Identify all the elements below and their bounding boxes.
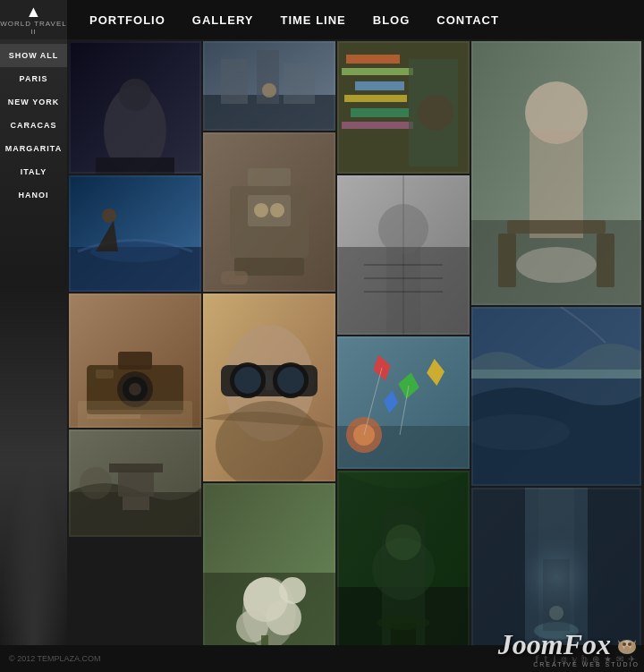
svg-rect-31	[248, 168, 291, 186]
svg-rect-4	[203, 41, 335, 131]
svg-point-19	[418, 95, 453, 131]
nav-item-portfolio[interactable]: PORTFOLIO	[76, 0, 179, 39]
photo-cell[interactable]	[337, 41, 470, 174]
svg-rect-32	[337, 175, 470, 335]
footer-social-icon-9[interactable]: ✈	[628, 654, 635, 664]
nav-item-timeline[interactable]: TIME LINE	[267, 0, 359, 39]
footer-social-icon-7[interactable]: ★	[604, 654, 612, 664]
sidebar-background	[0, 466, 67, 645]
nav-item-blog[interactable]: BLOG	[360, 0, 424, 39]
svg-rect-57	[87, 414, 140, 419]
svg-rect-21	[69, 247, 201, 292]
svg-point-104	[503, 523, 610, 631]
svg-point-63	[273, 362, 309, 398]
photo-cell[interactable]	[69, 430, 201, 537]
svg-point-9	[262, 83, 276, 98]
photo-cell[interactable]	[69, 41, 201, 174]
svg-point-91	[266, 600, 301, 635]
svg-point-65	[277, 367, 304, 394]
svg-point-64	[234, 367, 261, 394]
svg-point-81	[471, 414, 570, 450]
photo-cell[interactable]	[69, 175, 201, 292]
svg-point-108	[549, 606, 564, 620]
svg-marker-70	[369, 353, 394, 383]
svg-rect-103	[471, 488, 641, 645]
svg-rect-11	[337, 41, 470, 174]
svg-rect-68	[337, 336, 470, 469]
svg-line-76	[364, 368, 382, 435]
footer-social-icon-4[interactable]: 𝕪	[572, 654, 577, 664]
svg-rect-12	[346, 55, 400, 64]
svg-rect-10	[337, 41, 470, 174]
svg-point-74	[346, 417, 382, 453]
svg-rect-86	[109, 464, 163, 472]
photo-cell[interactable]	[471, 41, 641, 305]
photo-cell[interactable]	[203, 293, 335, 481]
svg-marker-72	[426, 358, 446, 387]
svg-rect-109	[543, 559, 570, 631]
svg-point-62	[230, 362, 266, 398]
sidebar-item-italy[interactable]: ITALY	[0, 160, 67, 183]
photo-cell[interactable]	[203, 483, 335, 645]
svg-rect-95	[261, 635, 268, 645]
main-nav: PORTFOLIOGALLERYTIME LINEBLOGCONTACT	[67, 0, 513, 39]
svg-point-42	[525, 81, 588, 144]
svg-rect-89	[203, 573, 335, 645]
svg-rect-45	[498, 234, 516, 287]
svg-rect-79	[471, 379, 641, 486]
sidebar: SHOW ALLPARISNEW YORKCARACASMARGARITAITA…	[0, 39, 67, 645]
svg-rect-82	[69, 430, 201, 537]
sidebar-item-hanoi[interactable]: HANOI	[0, 183, 67, 207]
photo-cell[interactable]	[337, 471, 470, 645]
logo-area[interactable]: ▲ WORLD TRAVEL II	[0, 0, 67, 39]
svg-rect-54	[96, 370, 114, 379]
footer-social-icon-3[interactable]: 𝕘	[561, 654, 567, 664]
footer-social-icon-8[interactable]: ✉	[616, 654, 623, 664]
svg-rect-8	[284, 64, 315, 104]
svg-point-52	[123, 377, 148, 402]
photo-cell[interactable]	[337, 336, 470, 469]
photo-cell[interactable]	[69, 293, 201, 428]
photo-cell[interactable]	[471, 307, 641, 486]
footer-social-icon-2[interactable]: 𝕚	[553, 654, 556, 664]
svg-rect-13	[342, 68, 413, 75]
sidebar-item-caracas[interactable]: CARACAS	[0, 114, 67, 137]
svg-rect-44	[507, 220, 606, 234]
svg-point-27	[254, 203, 268, 217]
svg-point-60	[225, 325, 314, 441]
footer-social-icon-5[interactable]: 𝕓	[581, 654, 588, 664]
nav-item-contact[interactable]: CONTACT	[423, 0, 513, 39]
svg-point-51	[117, 371, 153, 407]
svg-point-100	[386, 524, 421, 560]
footer-social-icon-1[interactable]: 𝕥	[544, 654, 548, 664]
header: ▲ WORLD TRAVEL II PORTFOLIOGALLERYTIME L…	[0, 0, 644, 39]
footer-social-icon-0[interactable]: 𝕗	[535, 654, 539, 664]
svg-point-90	[243, 577, 288, 622]
photo-cell[interactable]	[471, 488, 641, 645]
svg-point-75	[353, 424, 375, 446]
svg-rect-25	[230, 186, 309, 258]
svg-rect-18	[409, 59, 458, 166]
svg-rect-16	[351, 108, 409, 117]
photo-cell[interactable]	[203, 132, 335, 292]
sidebar-item-show-all[interactable]: SHOW ALL	[0, 44, 67, 67]
svg-rect-43	[530, 131, 583, 238]
sidebar-item-paris[interactable]: PARIS	[0, 67, 67, 90]
footer-social-icon-6[interactable]: ⊛	[592, 654, 599, 664]
sidebar-item-new-york[interactable]: NEW YORK	[0, 90, 67, 114]
svg-rect-83	[69, 492, 201, 537]
svg-point-47	[516, 247, 597, 283]
svg-rect-29	[234, 258, 304, 276]
photo-cell[interactable]	[203, 41, 335, 131]
svg-point-35	[378, 204, 428, 254]
svg-rect-41	[471, 220, 641, 305]
svg-point-92	[236, 610, 268, 642]
svg-rect-78	[471, 307, 641, 486]
photo-cell[interactable]	[337, 175, 470, 335]
nav-item-gallery[interactable]: GALLERY	[179, 0, 267, 39]
svg-rect-36	[386, 247, 420, 335]
sidebar-item-margarita[interactable]: MARGARITA	[0, 137, 67, 160]
svg-rect-26	[248, 195, 291, 226]
svg-marker-71	[396, 370, 422, 401]
svg-rect-33	[337, 247, 470, 335]
